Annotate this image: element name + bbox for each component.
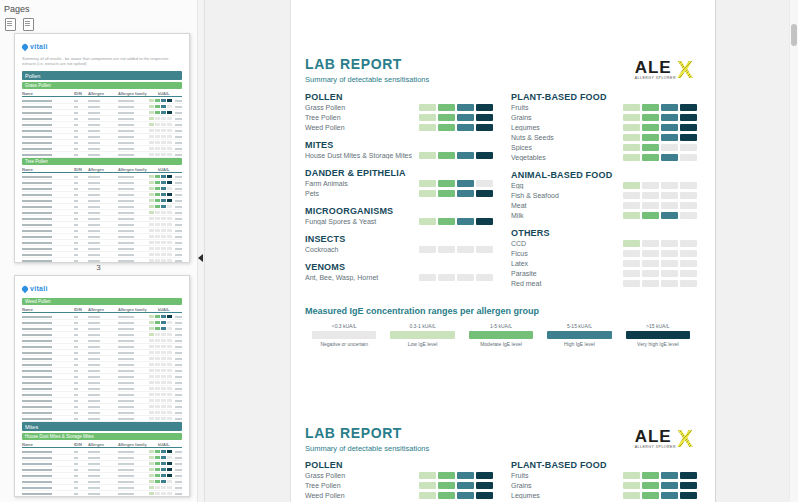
mini-ige-level-bar (149, 141, 172, 144)
row-id-placeholder (74, 334, 78, 336)
mini-level-block-none (167, 375, 172, 378)
page-thumbnail-3[interactable]: vitaliSummary of all results - be aware … (14, 33, 190, 263)
row-id-placeholder (74, 358, 78, 360)
row-name-placeholder (22, 382, 52, 384)
mini-level-block-high (161, 321, 166, 324)
level-block-moderate (642, 212, 659, 219)
mini-level-block-low (149, 462, 154, 465)
row-name-placeholder (22, 242, 52, 244)
sidebar-collapse-icon[interactable] (198, 254, 203, 262)
row-family-placeholder (118, 194, 134, 196)
page-thumbnail-icon[interactable] (23, 18, 34, 31)
mini-ige-level-bar (149, 369, 172, 372)
mini-ige-level-bar (149, 393, 172, 396)
row-id-placeholder (74, 457, 78, 459)
legend-color-swatch (547, 331, 611, 339)
allergen-row: House Dust Mites & Storage Mites (305, 150, 493, 160)
level-block-very_high (476, 482, 493, 489)
total-ige-result: Total IgE result: 2104 kU/L (317, 19, 496, 35)
mini-level-block-none (167, 135, 172, 138)
row-value-placeholder (175, 224, 182, 226)
level-block-none (661, 280, 678, 287)
row-id-placeholder (74, 316, 78, 318)
legend-color-swatch (626, 331, 690, 339)
page-thumbnail-icon[interactable] (5, 18, 16, 31)
row-name-placeholder (22, 130, 52, 132)
row-name-placeholder (22, 118, 52, 120)
mini-level-block-none (161, 259, 166, 262)
level-block-none (680, 270, 697, 277)
row-value-placeholder (175, 364, 182, 366)
mini-level-block-high (161, 111, 166, 114)
vitali-logo-icon (21, 42, 29, 50)
row-family-placeholder (118, 224, 134, 226)
level-block-high (457, 218, 474, 225)
row-allergen-placeholder (88, 182, 100, 184)
mini-level-block-high (161, 450, 166, 453)
level-block-none (680, 240, 697, 247)
row-id-placeholder (74, 148, 78, 150)
row-family-placeholder (118, 406, 134, 408)
mini-level-block-none (167, 417, 172, 420)
ige-level-bar (623, 482, 697, 489)
mini-level-block-low (149, 321, 154, 324)
level-block-low (419, 482, 436, 489)
level-block-low (419, 124, 436, 131)
allergen-label: Weed Pollen (305, 492, 419, 499)
mini-level-block-low (149, 486, 154, 489)
row-id-placeholder (74, 412, 78, 414)
sidebar-toolbar (0, 16, 197, 34)
legend-heading: Measured IgE concentration ranges per al… (305, 306, 697, 316)
mini-level-block-none (161, 393, 166, 396)
ige-level-bar (623, 280, 697, 287)
row-allergen-placeholder (88, 388, 100, 390)
level-block-low (419, 152, 436, 159)
row-id-placeholder (74, 346, 78, 348)
alex-logo-tagline: ALLERGY XPLORER (635, 445, 676, 449)
ige-level-bar (419, 104, 493, 111)
allergen-row: CCD (511, 238, 697, 248)
level-block-high (661, 472, 678, 479)
total-ige-result: Total IgE result: 2104 kU/L (317, 388, 496, 404)
vertical-scrollbar[interactable] (789, 0, 798, 502)
vitali-logo: vitali (22, 284, 182, 293)
mini-level-block-none (155, 492, 160, 495)
ige-reference-line1: Reference range total IgE (522, 21, 579, 27)
allergen-group: VENOMSAnt, Bee, Wasp, Hornet (305, 262, 493, 282)
row-family-placeholder (118, 200, 134, 202)
legend-item: 1-5 kUA/LModerate IgE level (462, 323, 540, 347)
alex-logo-text: ALE (635, 429, 676, 444)
level-block-moderate (642, 472, 659, 479)
row-value-placeholder (175, 469, 182, 471)
mini-level-block-none (161, 399, 166, 402)
page-thumbnail-4[interactable]: vitaliWeed PollenNameID/NAllergenAllerge… (14, 275, 190, 497)
row-allergen-placeholder (88, 154, 100, 156)
row-family-placeholder (118, 388, 134, 390)
row-name-placeholder (22, 260, 52, 262)
row-id-placeholder (74, 242, 78, 244)
allergen-group: MICROORGANISMSFungal Spores & Yeast (305, 206, 493, 226)
ige-level-bar (419, 246, 493, 253)
row-family-placeholder (118, 382, 134, 384)
row-name-placeholder (22, 334, 52, 336)
level-block-none (419, 246, 436, 253)
mini-level-block-high (161, 187, 166, 190)
level-block-none (642, 250, 659, 257)
mini-ige-level-bar (149, 259, 172, 262)
mini-level-block-none (167, 363, 172, 366)
ige-level-bar (419, 152, 493, 159)
mini-level-block-none (155, 339, 160, 342)
ige-level-bar (623, 202, 697, 209)
mini-level-block-none (149, 345, 154, 348)
mini-level-block-none (167, 147, 172, 150)
mini-level-block-high (161, 105, 166, 108)
mini-level-block-none (161, 351, 166, 354)
row-id-placeholder (74, 469, 78, 471)
mini-level-block-none (149, 247, 154, 250)
level-block-low (623, 212, 640, 219)
level-block-none (680, 144, 697, 151)
sidebar-resize-divider[interactable] (197, 0, 205, 502)
scrollbar-thumb[interactable] (791, 24, 797, 46)
row-allergen-placeholder (88, 206, 100, 208)
row-value-placeholder (175, 182, 182, 184)
